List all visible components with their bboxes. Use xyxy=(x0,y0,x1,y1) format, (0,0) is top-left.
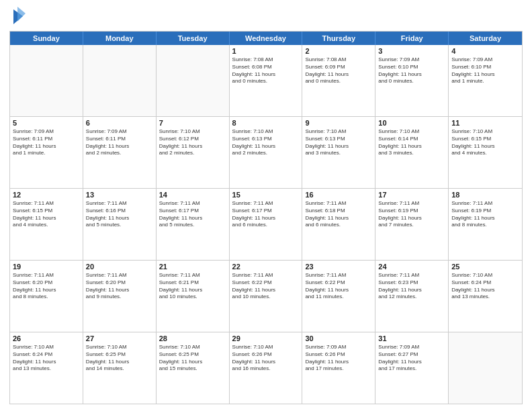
day-number: 17 xyxy=(378,191,445,199)
day-cell-25: 25Sunrise: 7:10 AMSunset: 6:24 PMDayligh… xyxy=(449,261,522,332)
day-number: 19 xyxy=(13,263,80,271)
day-info: Sunrise: 7:11 AMSunset: 6:21 PMDaylight:… xyxy=(159,272,226,301)
day-info: Sunrise: 7:11 AMSunset: 6:22 PMDaylight:… xyxy=(232,272,300,301)
weekday-header-sunday: Sunday xyxy=(10,32,83,45)
day-cell-26: 26Sunrise: 7:10 AMSunset: 6:24 PMDayligh… xyxy=(10,332,83,404)
day-info: Sunrise: 7:11 AMSunset: 6:19 PMDaylight:… xyxy=(451,200,519,229)
day-cell-15: 15Sunrise: 7:11 AMSunset: 6:17 PMDayligh… xyxy=(230,189,303,260)
calendar-body: 1Sunrise: 7:08 AMSunset: 6:08 PMDaylight… xyxy=(10,45,522,404)
day-number: 2 xyxy=(305,47,372,55)
day-cell-10: 10Sunrise: 7:10 AMSunset: 6:14 PMDayligh… xyxy=(375,117,449,188)
day-info: Sunrise: 7:10 AMSunset: 6:12 PMDaylight:… xyxy=(159,128,226,157)
day-info: Sunrise: 7:08 AMSunset: 6:09 PMDaylight:… xyxy=(305,56,372,85)
day-number: 23 xyxy=(305,263,372,271)
day-info: Sunrise: 7:11 AMSunset: 6:23 PMDaylight:… xyxy=(378,272,445,301)
page: SundayMondayTuesdayWednesdayThursdayFrid… xyxy=(0,0,532,411)
day-info: Sunrise: 7:11 AMSunset: 6:15 PMDaylight:… xyxy=(13,200,80,229)
day-info: Sunrise: 7:11 AMSunset: 6:20 PMDaylight:… xyxy=(86,272,153,301)
day-cell-3: 3Sunrise: 7:09 AMSunset: 6:10 PMDaylight… xyxy=(375,45,449,116)
day-number: 28 xyxy=(159,334,226,342)
day-cell-2: 2Sunrise: 7:08 AMSunset: 6:09 PMDaylight… xyxy=(302,45,375,116)
day-number: 30 xyxy=(305,334,372,342)
day-info: Sunrise: 7:11 AMSunset: 6:22 PMDaylight:… xyxy=(305,272,372,301)
weekday-header-saturday: Saturday xyxy=(449,32,522,45)
day-number: 16 xyxy=(305,191,372,199)
day-info: Sunrise: 7:11 AMSunset: 6:19 PMDaylight:… xyxy=(378,200,445,229)
day-info: Sunrise: 7:10 AMSunset: 6:15 PMDaylight:… xyxy=(451,128,519,157)
day-info: Sunrise: 7:10 AMSunset: 6:26 PMDaylight:… xyxy=(232,344,300,373)
day-cell-21: 21Sunrise: 7:11 AMSunset: 6:21 PMDayligh… xyxy=(157,261,230,332)
day-number: 20 xyxy=(86,263,153,271)
day-number: 12 xyxy=(13,191,80,199)
calendar-row-2: 12Sunrise: 7:11 AMSunset: 6:15 PMDayligh… xyxy=(10,188,522,260)
day-number: 10 xyxy=(378,119,445,127)
day-cell-20: 20Sunrise: 7:11 AMSunset: 6:20 PMDayligh… xyxy=(83,261,157,332)
day-number: 25 xyxy=(451,263,519,271)
day-info: Sunrise: 7:11 AMSunset: 6:18 PMDaylight:… xyxy=(305,200,372,229)
empty-cell xyxy=(10,45,83,116)
calendar-row-0: 1Sunrise: 7:08 AMSunset: 6:08 PMDaylight… xyxy=(10,45,522,116)
day-number: 21 xyxy=(159,263,226,271)
day-number: 24 xyxy=(378,263,445,271)
day-number: 5 xyxy=(13,119,80,127)
day-info: Sunrise: 7:09 AMSunset: 6:11 PMDaylight:… xyxy=(13,128,80,157)
day-cell-18: 18Sunrise: 7:11 AMSunset: 6:19 PMDayligh… xyxy=(449,189,522,260)
day-info: Sunrise: 7:09 AMSunset: 6:11 PMDaylight:… xyxy=(86,128,153,157)
day-number: 31 xyxy=(378,334,445,342)
day-cell-12: 12Sunrise: 7:11 AMSunset: 6:15 PMDayligh… xyxy=(10,189,83,260)
day-cell-17: 17Sunrise: 7:11 AMSunset: 6:19 PMDayligh… xyxy=(375,189,449,260)
weekday-header-monday: Monday xyxy=(83,32,157,45)
day-info: Sunrise: 7:11 AMSunset: 6:20 PMDaylight:… xyxy=(13,272,80,301)
day-number: 9 xyxy=(305,119,372,127)
day-cell-31: 31Sunrise: 7:09 AMSunset: 6:27 PMDayligh… xyxy=(375,332,449,404)
day-info: Sunrise: 7:10 AMSunset: 6:13 PMDaylight:… xyxy=(232,128,300,157)
calendar-row-1: 5Sunrise: 7:09 AMSunset: 6:11 PMDaylight… xyxy=(10,116,522,188)
day-info: Sunrise: 7:09 AMSunset: 6:10 PMDaylight:… xyxy=(378,56,445,85)
weekday-header-friday: Friday xyxy=(375,32,449,45)
calendar: SundayMondayTuesdayWednesdayThursdayFrid… xyxy=(9,31,523,404)
day-number: 6 xyxy=(86,119,153,127)
day-cell-30: 30Sunrise: 7:09 AMSunset: 6:26 PMDayligh… xyxy=(302,332,375,404)
day-info: Sunrise: 7:10 AMSunset: 6:24 PMDaylight:… xyxy=(451,272,519,301)
day-info: Sunrise: 7:09 AMSunset: 6:27 PMDaylight:… xyxy=(378,344,445,373)
empty-cell xyxy=(449,332,522,404)
day-info: Sunrise: 7:11 AMSunset: 6:17 PMDaylight:… xyxy=(232,200,300,229)
day-cell-11: 11Sunrise: 7:10 AMSunset: 6:15 PMDayligh… xyxy=(449,117,522,188)
day-number: 3 xyxy=(378,47,445,55)
day-cell-24: 24Sunrise: 7:11 AMSunset: 6:23 PMDayligh… xyxy=(375,261,449,332)
calendar-row-3: 19Sunrise: 7:11 AMSunset: 6:20 PMDayligh… xyxy=(10,260,522,332)
day-number: 29 xyxy=(232,334,300,342)
day-cell-14: 14Sunrise: 7:11 AMSunset: 6:17 PMDayligh… xyxy=(157,189,230,260)
logo xyxy=(9,7,26,27)
svg-marker-1 xyxy=(17,7,26,21)
day-cell-19: 19Sunrise: 7:11 AMSunset: 6:20 PMDayligh… xyxy=(10,261,83,332)
day-cell-28: 28Sunrise: 7:10 AMSunset: 6:25 PMDayligh… xyxy=(157,332,230,404)
day-info: Sunrise: 7:09 AMSunset: 6:26 PMDaylight:… xyxy=(305,344,372,373)
day-number: 15 xyxy=(232,191,300,199)
day-cell-4: 4Sunrise: 7:09 AMSunset: 6:10 PMDaylight… xyxy=(449,45,522,116)
day-info: Sunrise: 7:10 AMSunset: 6:13 PMDaylight:… xyxy=(305,128,372,157)
empty-cell xyxy=(83,45,157,116)
day-number: 14 xyxy=(159,191,226,199)
day-number: 1 xyxy=(232,47,300,55)
day-number: 18 xyxy=(451,191,519,199)
header xyxy=(9,7,523,27)
day-cell-8: 8Sunrise: 7:10 AMSunset: 6:13 PMDaylight… xyxy=(230,117,303,188)
empty-cell xyxy=(157,45,230,116)
day-number: 22 xyxy=(232,263,300,271)
calendar-row-4: 26Sunrise: 7:10 AMSunset: 6:24 PMDayligh… xyxy=(10,332,522,404)
day-number: 4 xyxy=(451,47,519,55)
day-info: Sunrise: 7:10 AMSunset: 6:25 PMDaylight:… xyxy=(159,344,226,373)
day-cell-23: 23Sunrise: 7:11 AMSunset: 6:22 PMDayligh… xyxy=(302,261,375,332)
day-cell-9: 9Sunrise: 7:10 AMSunset: 6:13 PMDaylight… xyxy=(302,117,375,188)
weekday-header-wednesday: Wednesday xyxy=(230,32,303,45)
day-number: 26 xyxy=(13,334,80,342)
day-cell-7: 7Sunrise: 7:10 AMSunset: 6:12 PMDaylight… xyxy=(157,117,230,188)
day-info: Sunrise: 7:08 AMSunset: 6:08 PMDaylight:… xyxy=(232,56,300,85)
day-number: 27 xyxy=(86,334,153,342)
calendar-header: SundayMondayTuesdayWednesdayThursdayFrid… xyxy=(10,32,522,45)
weekday-header-tuesday: Tuesday xyxy=(157,32,230,45)
day-cell-27: 27Sunrise: 7:10 AMSunset: 6:25 PMDayligh… xyxy=(83,332,157,404)
day-info: Sunrise: 7:11 AMSunset: 6:17 PMDaylight:… xyxy=(159,200,226,229)
day-number: 11 xyxy=(451,119,519,127)
